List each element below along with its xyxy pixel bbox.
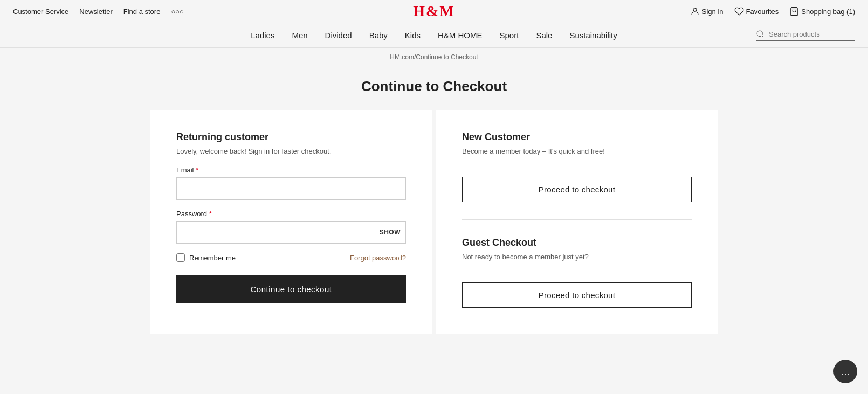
remember-me-label: Remember me	[189, 254, 236, 262]
nav-sustainability[interactable]: Sustainability	[569, 31, 617, 40]
new-customer-subtitle: Become a member today – It's quick and f…	[462, 147, 692, 155]
nav-links: Ladies Men Divided Baby Kids H&M HOME Sp…	[251, 31, 617, 40]
svg-line-3	[762, 36, 763, 37]
checkbox-row: Remember me Forgot password?	[176, 253, 406, 262]
top-bar: Customer Service Newsletter Find a store…	[0, 0, 868, 23]
guest-checkout-title: Guest Checkout	[462, 237, 692, 248]
remember-me-checkbox[interactable]	[176, 253, 185, 262]
guest-checkout-subtitle: Not ready to become a member just yet?	[462, 253, 692, 261]
password-input[interactable]	[176, 221, 406, 244]
customer-service-link[interactable]: Customer Service	[13, 8, 68, 16]
more-link[interactable]: ○○○	[171, 8, 184, 16]
shopping-bag-link[interactable]: Shopping bag (1)	[789, 6, 855, 16]
search-input[interactable]	[769, 30, 855, 38]
password-label: Password *	[176, 210, 406, 218]
guest-proceed-button[interactable]: Proceed to checkout	[462, 282, 692, 308]
nav-sport[interactable]: Sport	[500, 31, 519, 40]
returning-customer-subtitle: Lovely, welcome back! Sign in for faster…	[176, 147, 406, 155]
password-group: Password * SHOW	[176, 210, 406, 244]
nav-kids[interactable]: Kids	[405, 31, 421, 40]
favourites-link[interactable]: Favourites	[734, 6, 779, 16]
email-required: *	[196, 166, 198, 174]
breadcrumb: HM.com/Continue to Checkout	[0, 48, 868, 63]
remember-me-group: Remember me	[176, 253, 236, 262]
top-bar-left: Customer Service Newsletter Find a store…	[13, 8, 184, 16]
left-panel: Returning customer Lovely, welcome back!…	[150, 110, 432, 334]
nav-sale[interactable]: Sale	[536, 31, 552, 40]
password-required: *	[209, 210, 212, 218]
logo-container: H&M	[413, 3, 455, 20]
checkout-container: Returning customer Lovely, welcome back!…	[137, 110, 731, 366]
newsletter-link[interactable]: Newsletter	[79, 8, 112, 16]
nav-men[interactable]: Men	[292, 31, 307, 40]
svg-point-0	[693, 8, 697, 11]
nav-ladies[interactable]: Ladies	[251, 31, 274, 40]
new-customer-proceed-button[interactable]: Proceed to checkout	[462, 177, 692, 202]
password-wrapper: SHOW	[176, 221, 406, 244]
email-input[interactable]	[176, 177, 406, 200]
email-group: Email *	[176, 166, 406, 200]
sign-in-link[interactable]: Sign in	[690, 6, 724, 16]
nav-hm-home[interactable]: H&M HOME	[438, 31, 483, 40]
show-password-button[interactable]: SHOW	[380, 229, 401, 236]
hm-logo[interactable]: H&M	[413, 3, 455, 19]
new-customer-title: New Customer	[462, 132, 692, 143]
heart-icon	[734, 6, 744, 16]
top-bar-right: Sign in Favourites Shopping bag (1)	[690, 6, 855, 16]
email-label: Email *	[176, 166, 406, 174]
bag-icon	[789, 6, 799, 16]
new-customer-section: New Customer Become a member today – It'…	[462, 132, 692, 220]
continue-to-checkout-button[interactable]: Continue to checkout	[176, 275, 406, 303]
right-panel: New Customer Become a member today – It'…	[436, 110, 718, 334]
returning-customer-title: Returning customer	[176, 132, 406, 143]
search-icon	[756, 30, 764, 38]
find-store-link[interactable]: Find a store	[123, 8, 161, 16]
nav-baby[interactable]: Baby	[369, 31, 388, 40]
page-title: Continue to Checkout	[0, 78, 868, 95]
chat-icon: ...	[841, 366, 849, 367]
forgot-password-link[interactable]: Forgot password?	[350, 254, 406, 262]
svg-point-2	[757, 31, 763, 37]
search-container[interactable]	[756, 30, 855, 41]
guest-checkout-section: Guest Checkout Not ready to become a mem…	[462, 237, 692, 308]
chat-bubble[interactable]: ...	[833, 360, 857, 366]
person-icon	[690, 6, 700, 16]
main-nav: Ladies Men Divided Baby Kids H&M HOME Sp…	[0, 23, 868, 48]
nav-divided[interactable]: Divided	[325, 31, 352, 40]
